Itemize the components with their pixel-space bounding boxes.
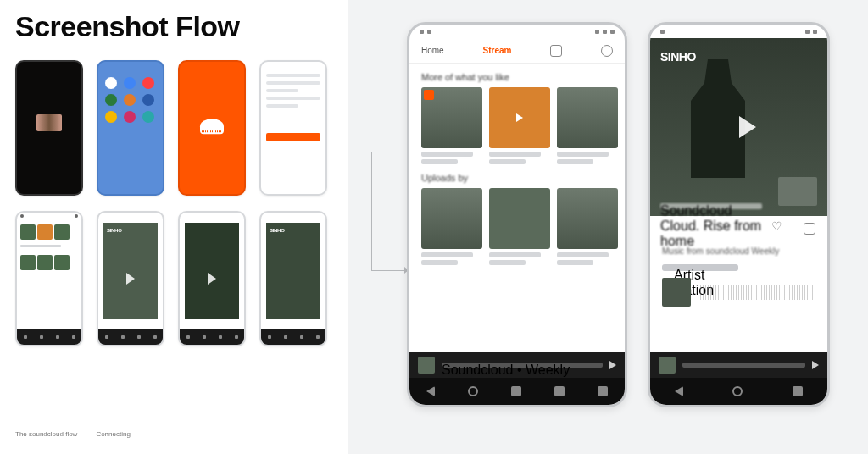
flow-row-2: SINHO SINHO (15, 211, 332, 346)
splash-logo (36, 114, 62, 131)
profile-icon[interactable] (601, 45, 613, 57)
mini-screen-launcher[interactable] (97, 60, 164, 196)
clock-icon (603, 30, 607, 34)
system-nav-bar (650, 378, 827, 405)
flow-grid: SINHO SINHO (15, 60, 332, 346)
nav-bar (98, 329, 163, 345)
card-row-1 (409, 87, 625, 164)
section-more-like: More of what you like (409, 64, 625, 87)
signin-button (266, 133, 320, 141)
battery-icon (805, 30, 810, 34)
footer-label-2: Connecting (96, 430, 130, 440)
back-icon[interactable] (426, 386, 435, 396)
device-home-screen[interactable]: Home Stream More of what you like Upload… (407, 22, 627, 407)
nav-bar (17, 329, 81, 345)
text-line (266, 81, 320, 85)
play-icon[interactable] (739, 116, 756, 138)
home-icon[interactable] (732, 386, 743, 396)
album-card[interactable] (489, 87, 550, 164)
nav-bar (180, 329, 244, 345)
mini-screen-boot[interactable] (15, 60, 83, 196)
album-card[interactable] (421, 188, 482, 265)
mini-screen-player-3[interactable]: SINHO (259, 211, 327, 346)
inset-thumbnail (778, 177, 817, 206)
thumb (20, 224, 36, 240)
app-drawer (98, 62, 163, 138)
album-card[interactable] (489, 188, 550, 265)
mini-screen-player-2[interactable] (178, 211, 246, 346)
status-bar (650, 25, 827, 38)
badge-icon (424, 90, 434, 100)
device-player-screen[interactable]: SINHO Soundcloud Cloud. Rise from home M… (648, 22, 830, 407)
card-row-2 (409, 188, 625, 265)
now-playing-bar[interactable]: Soundcloud • Weekly (409, 352, 625, 378)
search-icon[interactable] (554, 386, 565, 396)
text-line (266, 74, 320, 77)
app-icon (124, 111, 136, 123)
app-icon (124, 77, 136, 89)
detail-panel: Home Stream More of what you like Upload… (348, 0, 868, 454)
mini-screen-player-1[interactable]: SINHO (97, 211, 164, 346)
thumb (37, 224, 53, 240)
np-thumbnail (659, 357, 676, 374)
clock-icon (813, 30, 817, 34)
brand-label: SINHO (107, 228, 122, 233)
share-icon[interactable] (804, 223, 815, 235)
text-line (266, 89, 298, 92)
album-card[interactable] (557, 87, 618, 164)
footer-labels: The soundcloud flow Connecting (15, 430, 332, 440)
play-icon (208, 273, 216, 285)
track-row[interactable] (650, 271, 827, 313)
album-cover (103, 223, 158, 319)
recents-icon[interactable] (511, 386, 521, 396)
section-uploads: Uploads by (409, 164, 625, 188)
hero-artwork[interactable]: SINHO Soundcloud Cloud. Rise from home (650, 38, 827, 216)
waveform[interactable] (698, 285, 815, 300)
album-cover (266, 223, 320, 319)
track-thumbnail (662, 278, 691, 307)
thumb (37, 255, 53, 270)
mini-screen-splash[interactable] (178, 60, 246, 196)
battery-icon (595, 30, 599, 34)
app-icon (142, 77, 154, 89)
album-cover (185, 223, 239, 319)
home-icon[interactable] (468, 386, 478, 396)
album-card[interactable] (557, 188, 618, 265)
flow-connector (371, 152, 407, 271)
app-icon (124, 94, 136, 106)
play-icon (126, 273, 135, 285)
recents-icon[interactable] (793, 386, 803, 396)
hero-brand: SINHO (660, 50, 696, 64)
app-icon (142, 94, 154, 106)
nav-bar (261, 329, 326, 345)
tab-home[interactable]: Home (421, 46, 444, 55)
library-icon[interactable] (598, 386, 608, 396)
mini-screen-home[interactable] (15, 211, 83, 346)
overview-panel: Screenshot Flow (0, 0, 348, 454)
text-line (266, 104, 298, 108)
soundcloud-logo-icon (200, 119, 224, 134)
np-title (682, 363, 805, 368)
brand-label: SINHO (270, 228, 285, 233)
footer-label-1: The soundcloud flow (15, 430, 77, 440)
flow-row-1 (15, 60, 332, 196)
cast-icon[interactable] (550, 45, 562, 57)
thumb (54, 255, 70, 270)
play-icon[interactable] (812, 361, 819, 369)
text-line (266, 97, 320, 100)
album-card[interactable] (421, 87, 482, 164)
system-nav-bar (409, 378, 625, 405)
app-header: Home Stream (409, 38, 625, 64)
wifi-icon (427, 30, 431, 34)
np-title: Soundcloud • Weekly (442, 363, 603, 368)
back-icon[interactable] (675, 386, 683, 396)
play-icon[interactable] (609, 361, 616, 369)
detail-title: Music from soundcloud Weekly (650, 241, 827, 261)
more-icon (610, 30, 615, 34)
tab-stream-active[interactable]: Stream (482, 46, 511, 55)
detail-artist: Artist station (662, 264, 738, 271)
play-icon (516, 114, 523, 122)
mini-screen-signin[interactable] (259, 60, 327, 196)
now-playing-bar[interactable] (650, 352, 827, 378)
like-icon[interactable] (771, 223, 783, 233)
